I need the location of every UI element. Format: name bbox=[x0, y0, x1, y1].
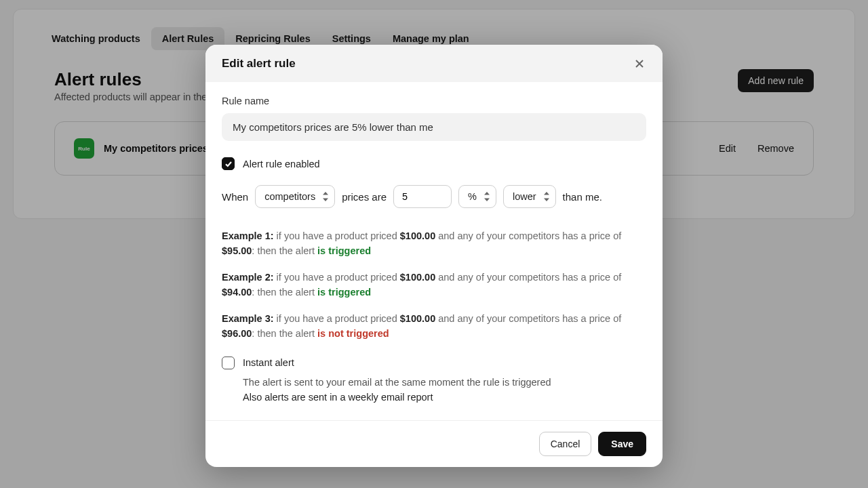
instant-alert-checkbox[interactable] bbox=[222, 357, 235, 369]
enabled-label: Alert rule enabled bbox=[243, 159, 320, 169]
example-comp-price: $95.00 bbox=[222, 245, 252, 256]
example-label: Example 3: bbox=[222, 313, 274, 324]
instant-alert-desc2: Also alerts are sent in a weekly email r… bbox=[243, 390, 646, 405]
target-select-value: competitors bbox=[264, 191, 315, 202]
close-icon[interactable] bbox=[633, 57, 646, 70]
example-text: : then the alert bbox=[252, 328, 315, 339]
example-line: Example 1: if you have a product priced … bbox=[222, 228, 646, 259]
enabled-checkbox[interactable] bbox=[222, 157, 235, 170]
direction-select-value: lower bbox=[513, 191, 536, 202]
example-label: Example 1: bbox=[222, 230, 274, 241]
example-your-price: $100.00 bbox=[400, 272, 435, 283]
cancel-button[interactable]: Cancel bbox=[539, 432, 592, 456]
select-chevron-icon bbox=[543, 192, 550, 201]
prices-are-text: prices are bbox=[342, 191, 387, 203]
example-text: and any of your competitors has a price … bbox=[438, 272, 621, 283]
when-text: When bbox=[222, 191, 248, 203]
modal-overlay[interactable]: Edit alert rule Rule name Alert rule ena… bbox=[0, 0, 868, 488]
example-result: is triggered bbox=[317, 287, 371, 298]
modal-title: Edit alert rule bbox=[222, 57, 296, 70]
example-text: and any of your competitors has a price … bbox=[438, 230, 621, 241]
unit-select-value: % bbox=[468, 191, 477, 202]
example-result: is triggered bbox=[317, 245, 371, 256]
example-text: if you have a product priced bbox=[277, 230, 397, 241]
example-your-price: $100.00 bbox=[400, 313, 435, 324]
rule-name-label: Rule name bbox=[222, 96, 646, 106]
instant-alert-label: Instant alert bbox=[243, 357, 294, 368]
example-result: is not triggered bbox=[317, 328, 389, 339]
save-button[interactable]: Save bbox=[598, 432, 646, 456]
target-select[interactable]: competitors bbox=[255, 185, 335, 208]
example-text: if you have a product priced bbox=[277, 272, 397, 283]
example-label: Example 2: bbox=[222, 272, 274, 283]
select-chevron-icon bbox=[484, 192, 490, 201]
rule-name-input[interactable] bbox=[222, 113, 646, 141]
example-text: and any of your competitors has a price … bbox=[438, 313, 621, 324]
example-comp-price: $96.00 bbox=[222, 328, 252, 339]
example-your-price: $100.00 bbox=[400, 230, 435, 241]
example-comp-price: $94.00 bbox=[222, 287, 252, 298]
value-input[interactable] bbox=[393, 185, 452, 208]
edit-alert-rule-modal: Edit alert rule Rule name Alert rule ena… bbox=[205, 45, 663, 467]
select-chevron-icon bbox=[322, 192, 329, 201]
than-me-text: than me. bbox=[563, 191, 602, 203]
example-line: Example 2: if you have a product priced … bbox=[222, 270, 646, 300]
example-line: Example 3: if you have a product priced … bbox=[222, 311, 646, 342]
rule-sentence: When competitors prices are % lower than… bbox=[222, 185, 646, 208]
unit-select[interactable]: % bbox=[458, 185, 496, 208]
direction-select[interactable]: lower bbox=[503, 185, 556, 208]
example-text: : then the alert bbox=[252, 287, 315, 298]
instant-alert-desc1: The alert is sent to your email at the s… bbox=[243, 375, 646, 390]
example-text: if you have a product priced bbox=[277, 313, 397, 324]
example-text: : then the alert bbox=[252, 245, 315, 256]
